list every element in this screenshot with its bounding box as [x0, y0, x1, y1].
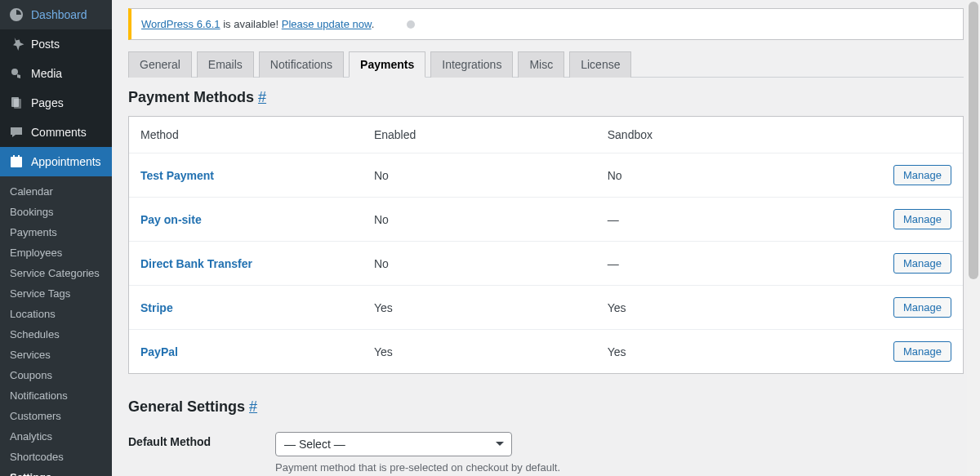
- sidebar-item-media[interactable]: Media: [0, 59, 112, 88]
- pin-icon: [8, 36, 24, 52]
- svg-rect-4: [11, 157, 22, 159]
- update-now-link[interactable]: Please update now: [282, 18, 372, 30]
- submenu-item-payments[interactable]: Payments: [0, 222, 112, 242]
- payment-methods-heading: Payment Methods #: [128, 89, 964, 106]
- sidebar-item-label: Appointments: [31, 155, 101, 168]
- sandbox-cell: Yes: [596, 286, 830, 330]
- method-link-test-payment[interactable]: Test Payment: [140, 169, 214, 182]
- wp-version-link[interactable]: WordPress 6.6.1: [141, 18, 220, 30]
- manage-button[interactable]: Manage: [893, 165, 951, 185]
- admin-sidebar: Dashboard Posts Media Pages Comments App…: [0, 0, 112, 476]
- tab-general[interactable]: General: [128, 51, 192, 78]
- default-method-label: Default Method: [128, 425, 275, 476]
- tab-payments[interactable]: Payments: [349, 51, 425, 78]
- submenu-item-shortcodes[interactable]: Shortcodes: [0, 447, 112, 467]
- submenu-item-calendar[interactable]: Calendar: [0, 181, 112, 202]
- sidebar-item-label: Media: [31, 67, 62, 80]
- enabled-cell: No: [363, 198, 596, 242]
- sidebar-item-posts[interactable]: Posts: [0, 29, 112, 59]
- submenu-item-service-categories[interactable]: Service Categories: [0, 263, 112, 283]
- method-link-pay-onsite[interactable]: Pay on-site: [140, 213, 202, 226]
- col-sandbox: Sandbox: [596, 117, 830, 153]
- table-row: PayPal Yes Yes Manage: [129, 330, 963, 374]
- tab-license[interactable]: License: [569, 51, 631, 78]
- col-enabled: Enabled: [363, 117, 596, 153]
- submenu-item-coupons[interactable]: Coupons: [0, 365, 112, 385]
- method-link-paypal[interactable]: PayPal: [140, 345, 178, 358]
- sidebar-item-comments[interactable]: Comments: [0, 118, 112, 147]
- payment-methods-table: Method Enabled Sandbox Test Payment No N…: [129, 117, 963, 373]
- sandbox-cell: No: [596, 153, 830, 198]
- main-content: WordPress 6.6.1 is available! Please upd…: [112, 0, 980, 476]
- tab-notifications[interactable]: Notifications: [259, 51, 344, 78]
- manage-button[interactable]: Manage: [893, 209, 951, 229]
- notice-tail: .: [372, 18, 375, 30]
- sidebar-item-pages[interactable]: Pages: [0, 88, 112, 118]
- submenu-item-bookings[interactable]: Bookings: [0, 202, 112, 222]
- method-link-bank-transfer[interactable]: Direct Bank Transfer: [140, 257, 252, 270]
- submenu-item-schedules[interactable]: Schedules: [0, 324, 112, 345]
- dashboard-icon: [8, 7, 24, 23]
- sandbox-cell: Yes: [596, 330, 830, 374]
- settings-tabs: General Emails Notifications Payments In…: [128, 51, 964, 78]
- update-notice: WordPress 6.6.1 is available! Please upd…: [128, 8, 964, 40]
- submenu-item-services[interactable]: Services: [0, 345, 112, 365]
- sidebar-submenu: Calendar Bookings Payments Employees Ser…: [0, 176, 112, 476]
- svg-rect-5: [13, 155, 15, 158]
- submenu-item-customers[interactable]: Customers: [0, 406, 112, 426]
- media-icon: [8, 65, 24, 82]
- enabled-cell: No: [363, 153, 596, 198]
- submenu-item-settings[interactable]: Settings: [0, 467, 112, 476]
- sidebar-item-label: Comments: [31, 126, 87, 139]
- sandbox-cell: —: [596, 198, 830, 242]
- calendar-icon: [8, 153, 24, 170]
- enabled-cell: Yes: [363, 286, 596, 330]
- manage-button[interactable]: Manage: [893, 253, 951, 274]
- table-row: Test Payment No No Manage: [129, 153, 963, 198]
- submenu-item-locations[interactable]: Locations: [0, 304, 112, 324]
- payment-methods-table-wrap: Method Enabled Sandbox Test Payment No N…: [128, 116, 964, 374]
- default-method-select[interactable]: — Select —: [275, 432, 512, 456]
- general-settings-form: Default Method — Select — Payment method…: [128, 425, 964, 476]
- submenu-item-notifications[interactable]: Notifications: [0, 385, 112, 406]
- pages-icon: [8, 95, 24, 111]
- col-actions: [830, 117, 963, 153]
- submenu-item-service-tags[interactable]: Service Tags: [0, 283, 112, 304]
- general-settings-anchor[interactable]: #: [249, 398, 257, 415]
- svg-point-0: [11, 69, 18, 75]
- enabled-cell: Yes: [363, 330, 596, 374]
- comment-icon: [8, 124, 24, 140]
- svg-rect-2: [14, 99, 21, 109]
- submenu-item-analytics[interactable]: Analytics: [0, 426, 112, 447]
- default-method-description: Payment method that is pre-selected on c…: [275, 461, 956, 474]
- enabled-cell: No: [363, 242, 596, 286]
- col-method: Method: [129, 117, 363, 153]
- sidebar-item-dashboard[interactable]: Dashboard: [0, 0, 112, 29]
- scrollbar-track[interactable]: [967, 0, 980, 476]
- scrollbar-thumb[interactable]: [969, 2, 978, 279]
- notice-text: is available!: [220, 18, 282, 30]
- submenu-item-employees[interactable]: Employees: [0, 242, 112, 263]
- sidebar-item-appointments[interactable]: Appointments: [0, 147, 112, 176]
- tab-emails[interactable]: Emails: [197, 51, 254, 78]
- svg-rect-6: [18, 155, 20, 158]
- sidebar-item-label: Dashboard: [31, 8, 87, 21]
- sidebar-item-label: Pages: [31, 96, 64, 109]
- sidebar-item-label: Posts: [31, 38, 60, 51]
- table-row: Direct Bank Transfer No — Manage: [129, 242, 963, 286]
- method-link-stripe[interactable]: Stripe: [140, 301, 173, 314]
- tab-misc[interactable]: Misc: [518, 51, 564, 78]
- table-row: Pay on-site No — Manage: [129, 198, 963, 242]
- manage-button[interactable]: Manage: [893, 297, 951, 318]
- spinner-icon: [407, 20, 415, 29]
- sandbox-cell: —: [596, 242, 830, 286]
- table-row: Stripe Yes Yes Manage: [129, 286, 963, 330]
- tab-integrations[interactable]: Integrations: [430, 51, 513, 78]
- payment-methods-anchor[interactable]: #: [258, 89, 266, 105]
- manage-button[interactable]: Manage: [893, 341, 951, 362]
- general-settings-heading: General Settings #: [128, 398, 964, 416]
